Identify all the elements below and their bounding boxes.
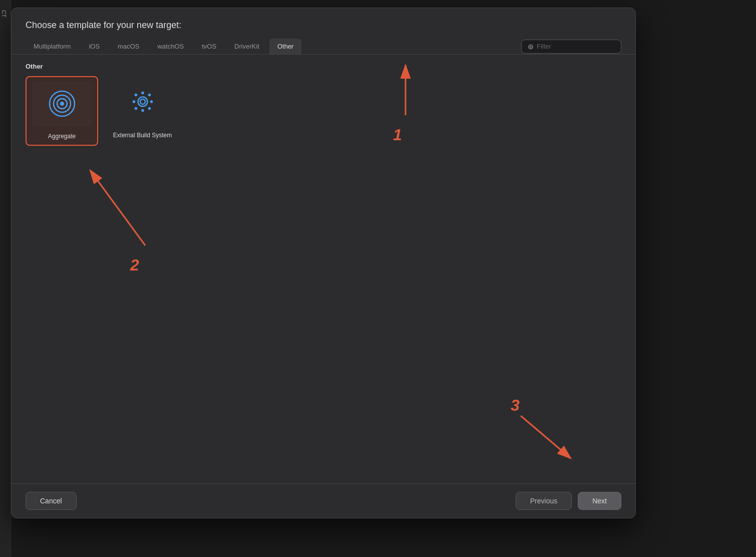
modal-title: Choose a template for your new target:: [26, 20, 621, 31]
next-button[interactable]: Next: [578, 492, 621, 510]
filter-icon: ⊜: [528, 43, 534, 51]
svg-point-4: [140, 99, 145, 104]
aggregate-label: Aggregate: [48, 132, 76, 141]
svg-rect-8: [150, 101, 153, 103]
tab-bar: Multiplatform iOS macOS watchOS tvOS Dri…: [12, 39, 635, 55]
tab-watchos[interactable]: watchOS: [149, 39, 192, 54]
svg-point-3: [60, 102, 64, 106]
tab-driverkit[interactable]: DriverKit: [226, 39, 267, 54]
sidebar-text: CT: [1, 10, 7, 18]
aggregate-icon: [48, 90, 76, 118]
svg-rect-7: [133, 101, 135, 103]
filter-input[interactable]: [537, 43, 607, 50]
template-item-aggregate[interactable]: Aggregate: [26, 76, 98, 146]
external-build-system-label: External Build System: [113, 131, 172, 140]
modal-header: Choose a template for your new target:: [12, 8, 635, 39]
tab-ios[interactable]: iOS: [81, 39, 108, 54]
svg-rect-12: [147, 107, 151, 110]
template-grid: Aggregate: [26, 76, 621, 146]
gear-icon: [130, 89, 156, 117]
tab-macos[interactable]: macOS: [110, 39, 147, 54]
content-area: Other: [12, 55, 635, 483]
previous-button[interactable]: Previous: [516, 492, 572, 510]
svg-rect-6: [141, 109, 144, 112]
modal-footer: Cancel Previous Next: [12, 483, 635, 518]
filter-container: ⊜: [521, 40, 621, 54]
svg-rect-9: [134, 93, 137, 97]
aggregate-icon-wrapper: [32, 81, 92, 126]
footer-right-buttons: Previous Next: [516, 492, 621, 510]
tab-tvos[interactable]: tvOS: [194, 39, 224, 54]
modal-dialog: Choose a template for your new target: M…: [11, 8, 636, 518]
tab-other[interactable]: Other: [269, 39, 302, 54]
template-item-external-build-system[interactable]: External Build System: [106, 76, 179, 146]
svg-rect-10: [147, 93, 151, 97]
section-title: Other: [26, 63, 621, 70]
tab-multiplatform[interactable]: Multiplatform: [26, 39, 79, 54]
cancel-button[interactable]: Cancel: [26, 492, 77, 510]
svg-rect-5: [141, 92, 144, 94]
external-build-system-icon-wrapper: [113, 80, 173, 125]
sidebar: CT: [0, 0, 11, 557]
svg-rect-11: [134, 107, 137, 110]
